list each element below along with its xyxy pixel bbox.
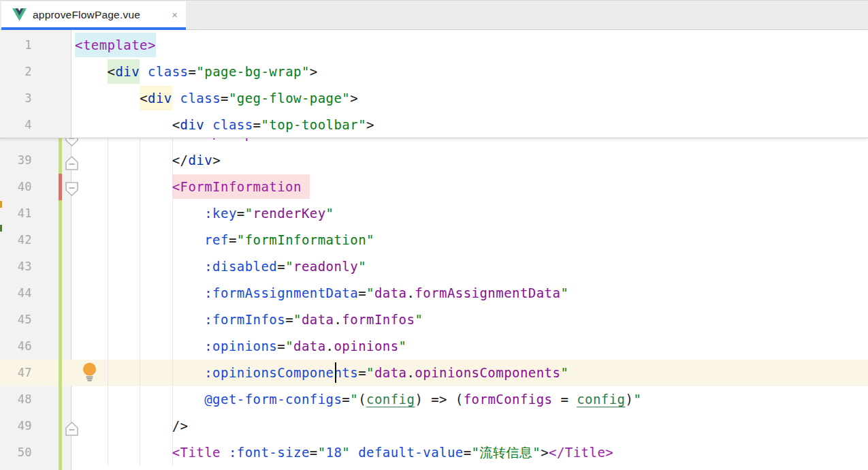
code-token: < [108, 59, 116, 84]
code-token: "formInformation" [237, 232, 374, 247]
code-token: ) [626, 392, 634, 407]
code-token: = [342, 392, 350, 407]
code-token: < [172, 117, 180, 132]
code-line-45[interactable]: 45 :formInfos="data.formInfos" [0, 307, 868, 333]
line-number[interactable]: 41 [0, 200, 71, 227]
code-token [568, 392, 577, 407]
code-text: <Title :font-size="18" default-value="流转… [71, 439, 613, 466]
clipped-line-38[interactable]: 38 </a-space> [0, 138, 868, 147]
code-token: > [310, 64, 318, 79]
code-token: = [285, 312, 293, 327]
code-token [75, 138, 204, 141]
line-number[interactable]: 44 [0, 280, 71, 307]
code-token: ( [455, 392, 464, 407]
code-token: formInfos [342, 312, 415, 327]
code-token [75, 232, 204, 247]
code-token: ref [204, 232, 229, 247]
line-number[interactable]: 3 [0, 85, 71, 112]
code-line-2[interactable]: 2 <div class="page-bg-wrap"> [0, 59, 868, 85]
code-token: . [406, 285, 415, 300]
code-token [221, 445, 229, 460]
tab-approveflowpage[interactable]: approveFlowPage.vue × [1, 1, 186, 28]
code-token: " [285, 339, 293, 354]
sticky-lines-panel[interactable]: 1<template>2 <div class="page-bg-wrap">3… [0, 30, 868, 138]
code-line-43[interactable]: 43 :disabled="readonly" [0, 253, 868, 280]
code-token: . [406, 365, 415, 380]
code-token [75, 392, 204, 407]
code-token: readonly [293, 259, 358, 274]
code-text: :key="renderKey" [71, 200, 334, 227]
code-token: renderKey [253, 206, 326, 221]
code-line-1[interactable]: 1<template> [0, 32, 868, 59]
code-token: div [180, 117, 205, 132]
code-text: /> [71, 413, 188, 439]
code-token: class [180, 91, 221, 106]
code-line-48[interactable]: 48 @get-form-configs="(config) => (formC… [0, 386, 868, 413]
fold-marker-end-icon[interactable] [65, 418, 79, 433]
code-token: :font-size [229, 445, 310, 460]
code-token: "流转信息" [472, 445, 541, 460]
fold-marker-end-icon[interactable] [65, 153, 79, 168]
code-token: > [148, 33, 156, 57]
code-token: data [374, 365, 407, 380]
code-token: template [83, 33, 148, 57]
code-token: class [212, 117, 253, 132]
close-icon[interactable]: × [172, 10, 178, 20]
code-token [75, 312, 204, 327]
line-number[interactable]: 46 [0, 333, 71, 360]
code-line-42[interactable]: 42 ref="formInformation" [0, 227, 868, 253]
line-number[interactable]: 4 [0, 112, 71, 138]
line-number[interactable]: 49 [0, 413, 71, 439]
code-token [140, 64, 148, 79]
code-line-41[interactable]: 41 :key="renderKey" [0, 200, 868, 227]
line-number[interactable]: 1 [0, 32, 71, 59]
fold-marker-start-icon[interactable] [65, 179, 79, 194]
code-token: default-value [358, 445, 464, 460]
line-number[interactable]: 45 [0, 307, 71, 333]
line-number[interactable]: 42 [0, 227, 71, 253]
code-line-49[interactable]: 49 /> [0, 413, 868, 439]
code-token: = [277, 259, 285, 274]
code-line-47[interactable]: 47 :opinionsComponents="data.opinionsCom… [0, 360, 868, 386]
code-token: Title [565, 445, 605, 460]
code-token: = [277, 339, 285, 354]
code-token: < [140, 86, 148, 110]
code-line-44[interactable]: 44 :formAssignmentData="data.formAssignm… [0, 280, 868, 307]
line-number[interactable]: 47 [0, 360, 71, 386]
code-line-38[interactable]: 38 </a-space> [0, 138, 868, 147]
line-number[interactable]: 2 [0, 59, 71, 85]
code-line-4[interactable]: 4 <div class="top-toolbar"> [0, 112, 868, 138]
code-line-3[interactable]: 3 <div class="geg-flow-page"> [0, 85, 868, 112]
code-token: Title [180, 445, 221, 460]
code-token [447, 392, 455, 407]
code-token: ) [415, 392, 423, 407]
line-number[interactable]: 40 [0, 174, 71, 200]
code-area[interactable]: 38 </a-space> 39 </div>40 <FormInformati… [0, 138, 868, 466]
edge-mark [0, 225, 2, 232]
line-number[interactable]: 50 [0, 439, 71, 466]
code-editor[interactable]: 38 </a-space> 39 </div>40 <FormInformati… [0, 30, 868, 470]
code-token: class [148, 64, 188, 79]
code-line-50[interactable]: 50 <Title :font-size="18" default-value=… [0, 439, 868, 466]
code-text: <div class="top-toolbar"> [71, 112, 374, 138]
code-line-40[interactable]: 40 <FormInformation [0, 174, 868, 200]
line-number[interactable]: 43 [0, 253, 71, 280]
code-token: formAssignmentData [415, 285, 560, 300]
line-number[interactable]: 38 [0, 138, 71, 147]
code-token: config [366, 392, 415, 407]
line-number[interactable]: 39 [0, 147, 71, 174]
code-text: :formAssignmentData="data.formAssignment… [71, 280, 568, 307]
code-line-39[interactable]: 39 </div> [0, 147, 868, 174]
code-token: opinionsComponents [415, 365, 560, 380]
code-token: < [172, 445, 180, 460]
intention-lightbulb-icon[interactable] [81, 362, 98, 390]
code-token: div [115, 59, 140, 84]
line-number[interactable]: 48 [0, 386, 71, 413]
code-token: :opinions [204, 339, 277, 354]
code-token: " [350, 392, 358, 407]
code-token [75, 445, 172, 460]
code-token: = [464, 445, 472, 460]
code-token: = [358, 365, 366, 380]
code-text: <FormInformation [71, 174, 310, 200]
code-line-46[interactable]: 46 :opinions="data.opinions" [0, 333, 868, 360]
